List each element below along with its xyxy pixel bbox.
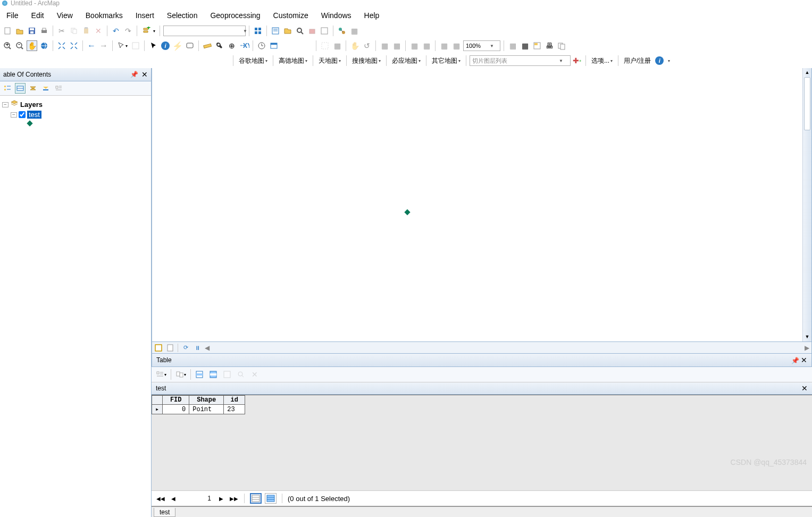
minus-icon[interactable]: − bbox=[11, 112, 17, 118]
editor-btn-7[interactable]: ▦ bbox=[409, 40, 420, 51]
scroll-left-icon[interactable]: ◀ bbox=[205, 344, 210, 352]
scroll-thumb[interactable] bbox=[804, 77, 810, 130]
map-canvas[interactable]: ▲ ▼ bbox=[152, 68, 812, 342]
nav-first-icon[interactable]: ◀◀ bbox=[156, 494, 165, 503]
editor-btn-9[interactable]: ▦ bbox=[439, 40, 449, 51]
layout-btn-2[interactable]: ▦ bbox=[520, 40, 530, 51]
toc-layer-row[interactable]: − test bbox=[11, 110, 149, 119]
delete-icon[interactable]: ✕ bbox=[93, 26, 104, 36]
table-options-button[interactable]: ▾ bbox=[155, 369, 168, 380]
clear-sel-icon[interactable] bbox=[222, 369, 232, 380]
add-data-button[interactable]: +▾ bbox=[140, 26, 156, 36]
related-tables-button[interactable]: ▾ bbox=[174, 369, 187, 380]
zoom-percent-input[interactable] bbox=[464, 41, 488, 51]
redo-icon[interactable]: ↷ bbox=[123, 26, 133, 36]
editor-btn-10[interactable]: ▦ bbox=[451, 40, 462, 51]
new-icon[interactable] bbox=[2, 26, 13, 36]
editor-btn-3[interactable]: ✋ bbox=[349, 40, 360, 51]
measure-icon[interactable] bbox=[202, 40, 213, 51]
goto-xy-icon[interactable]: ↔XY bbox=[239, 40, 249, 51]
scroll-right-icon[interactable]: ▶ bbox=[805, 344, 809, 352]
menu-help[interactable]: Help bbox=[358, 9, 386, 22]
cell-fid[interactable]: 0 bbox=[163, 405, 189, 414]
layer-visibility-checkbox[interactable] bbox=[19, 111, 26, 118]
zoom-sel-icon[interactable] bbox=[236, 369, 246, 380]
editor-btn-1[interactable] bbox=[320, 40, 330, 51]
show-all-records-button[interactable] bbox=[250, 493, 262, 504]
editor-btn-8[interactable]: ▦ bbox=[421, 40, 432, 51]
chevron-down-icon[interactable]: ▼ bbox=[241, 29, 249, 34]
list-by-source-icon[interactable] bbox=[15, 83, 26, 94]
findroute-icon[interactable]: ⊕ bbox=[227, 40, 237, 51]
menu-selection[interactable]: Selection bbox=[161, 9, 204, 22]
mapserv-google[interactable]: 谷歌地图▾ bbox=[237, 55, 270, 66]
menu-windows[interactable]: Windows bbox=[315, 9, 358, 22]
catalog-icon[interactable] bbox=[282, 26, 293, 36]
editor-toolbar-icon[interactable] bbox=[253, 26, 263, 36]
mapserv-options[interactable]: 选项...▾ bbox=[589, 55, 615, 66]
scroll-down-icon[interactable]: ▼ bbox=[803, 332, 811, 341]
find-icon[interactable] bbox=[214, 40, 225, 51]
options-icon[interactable] bbox=[53, 83, 64, 94]
back-icon[interactable]: ← bbox=[86, 40, 97, 51]
table-grid[interactable]: FID Shape id ▸ 0 Point 23 bbox=[152, 395, 812, 490]
mapserv-gaode[interactable]: 高德地图▾ bbox=[277, 55, 309, 66]
map-vertical-scrollbar[interactable]: ▲ ▼ bbox=[802, 68, 811, 341]
delete-sel-icon[interactable]: ✕ bbox=[249, 369, 260, 380]
save-icon[interactable] bbox=[27, 26, 37, 36]
list-by-drawing-icon[interactable] bbox=[2, 83, 13, 94]
layout-btn-5[interactable] bbox=[556, 40, 567, 51]
toc-root-row[interactable]: − Layers bbox=[2, 99, 149, 110]
show-selected-records-button[interactable] bbox=[265, 493, 277, 504]
record-number-input[interactable] bbox=[181, 495, 213, 502]
scale-combo[interactable]: ▼ bbox=[163, 26, 246, 36]
table-bottom-tab[interactable]: test bbox=[154, 508, 175, 517]
undo-icon[interactable]: ↶ bbox=[111, 26, 121, 36]
editor-btn-4[interactable]: ↺ bbox=[362, 40, 372, 51]
pin-icon[interactable]: 📌 bbox=[130, 71, 138, 78]
open-icon[interactable] bbox=[14, 26, 25, 36]
cell-id[interactable]: 23 bbox=[224, 405, 245, 414]
select-features-button[interactable]: ▾ bbox=[116, 40, 129, 51]
mapserv-user[interactable]: 用户/注册 bbox=[622, 55, 653, 66]
copy-icon[interactable] bbox=[69, 26, 79, 36]
mapserv-tianditu[interactable]: 天地图▾ bbox=[316, 55, 343, 66]
menu-bookmarks[interactable]: Bookmarks bbox=[79, 9, 129, 22]
list-by-selection-icon[interactable] bbox=[40, 83, 51, 94]
menu-geoprocessing[interactable]: Geoprocessing bbox=[204, 9, 266, 22]
htmlpopup-icon[interactable] bbox=[185, 40, 195, 51]
list-by-visibility-icon[interactable] bbox=[28, 83, 38, 94]
pin-icon[interactable]: 📌 bbox=[791, 357, 799, 364]
menu-insert[interactable]: Insert bbox=[129, 9, 161, 22]
tile-layer-input[interactable] bbox=[470, 56, 557, 65]
search-icon[interactable] bbox=[295, 26, 305, 36]
timeslider-icon[interactable] bbox=[256, 40, 267, 51]
zoomin-icon[interactable]: + bbox=[2, 40, 13, 51]
nav-prev-icon[interactable]: ◀ bbox=[169, 494, 178, 503]
zoomout-icon[interactable]: - bbox=[14, 40, 25, 51]
overflow-chevron-icon[interactable]: ▾ bbox=[666, 57, 672, 64]
data-view-icon[interactable] bbox=[154, 344, 163, 352]
forward-icon[interactable]: → bbox=[98, 40, 109, 51]
print-icon[interactable] bbox=[39, 26, 49, 36]
layout-btn-1[interactable]: ▦ bbox=[507, 40, 518, 51]
python-icon[interactable] bbox=[319, 26, 330, 36]
close-icon[interactable]: ✕ bbox=[141, 70, 148, 79]
chevron-down-icon[interactable]: ▼ bbox=[488, 44, 496, 48]
viewer-icon[interactable] bbox=[269, 40, 279, 51]
fixed-zoomout-icon[interactable] bbox=[69, 40, 79, 51]
menu-customize[interactable]: Customize bbox=[267, 9, 315, 22]
layout-btn-4[interactable]: 🖶 bbox=[544, 40, 555, 51]
clear-selection-icon[interactable] bbox=[130, 40, 141, 51]
pan-icon[interactable]: ✋ bbox=[27, 40, 37, 51]
close-icon[interactable]: ✕ bbox=[801, 384, 808, 393]
nav-last-icon[interactable]: ▶▶ bbox=[229, 494, 239, 503]
menu-file[interactable]: File bbox=[0, 9, 25, 22]
table-row[interactable]: ▸ 0 Point 23 bbox=[152, 405, 245, 414]
layout-view-icon[interactable] bbox=[166, 344, 174, 352]
modelbuilder-icon[interactable] bbox=[337, 26, 347, 36]
fixed-zoomin-icon[interactable] bbox=[56, 40, 67, 51]
layer-name-label[interactable]: test bbox=[27, 111, 41, 119]
identify-icon[interactable]: i bbox=[160, 40, 171, 51]
mapserv-soso[interactable]: 搜搜地图▾ bbox=[350, 55, 383, 66]
